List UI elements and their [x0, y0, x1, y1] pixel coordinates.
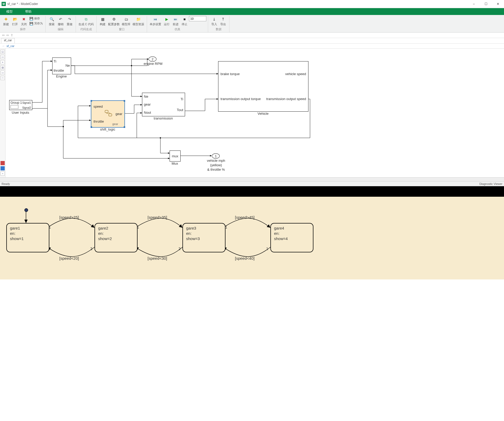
library-icon: 🗂	[124, 17, 129, 22]
library-button[interactable]: 🗂模型库	[122, 17, 130, 26]
import-button[interactable]: ⤓导入	[211, 17, 218, 26]
x-icon: ✖	[21, 17, 27, 22]
vehicle-port-speed: vehicle speed	[285, 72, 306, 76]
label-outport-mph-1: vehicle mph	[203, 159, 229, 163]
ribbon-group-sim: ⏮单步设置 ▶运行 ⏭前进 ■停止 仿真	[147, 16, 208, 32]
close-window-button[interactable]: ✕	[492, 0, 504, 8]
folder-open-icon: 📂	[12, 17, 18, 22]
code-icon: ⧉	[83, 17, 89, 22]
group-label-operate: 操作	[20, 27, 26, 31]
nav-back-icon[interactable]: ⇦	[2, 33, 5, 37]
tab-sf-car[interactable]: sf_car	[1, 38, 15, 43]
sim-time-input[interactable]	[189, 16, 206, 21]
state-gare3[interactable]: gare3 en: show=3	[182, 223, 225, 252]
redo-icon: ↷	[67, 17, 72, 22]
status-left: Ready	[2, 182, 10, 185]
open-button[interactable]: 📂打开	[12, 17, 18, 26]
block-shift-logic[interactable]: speed throttle gear gear	[91, 101, 125, 127]
export-icon: ⤒	[220, 17, 226, 22]
nav-up-icon[interactable]: ⇧	[10, 33, 13, 37]
step-setup-button[interactable]: ⏮单步设置	[150, 17, 161, 26]
group-label-window: 窗口	[119, 27, 125, 31]
palette-tool-6[interactable]: □	[1, 76, 5, 80]
nav-forward-icon[interactable]: ⇨	[6, 33, 9, 37]
block-palette: ◱ ▭ ≡ ▤ ▭ □ »	[0, 49, 6, 177]
trans-port-ti: Ti	[181, 97, 183, 101]
folder-icon: 📁	[136, 17, 141, 22]
state-gare1[interactable]: gare1 en: show=1	[6, 223, 49, 252]
new-button[interactable]: ✚新建	[3, 17, 9, 26]
menu-model[interactable]: 模型	[0, 8, 19, 15]
forward-button[interactable]: ⏭前进	[172, 17, 179, 26]
trans-order-34: 1	[225, 225, 227, 229]
outport-engine-rpm[interactable]: 2	[149, 56, 156, 62]
block-vehicle[interactable]: brake torque transmission output torque …	[218, 61, 308, 112]
saveas-button[interactable]: 💾另存为	[29, 22, 43, 25]
block-transmission[interactable]: Ne gear Nout Ti Tout	[142, 93, 185, 116]
palette-tool-3[interactable]: ≡	[1, 60, 5, 64]
label-vehicle: Vehicle	[218, 112, 308, 116]
group-label-sim: 仿真	[175, 27, 180, 31]
label-engine: Engine	[52, 74, 71, 78]
palette-tool-4[interactable]: ▤	[1, 65, 5, 70]
save-icon: 💾	[29, 17, 33, 20]
block-mux[interactable]: mux	[170, 150, 181, 162]
block-user-inputs[interactable]: Group 1 Signal1 Signal2	[9, 100, 32, 110]
state1-name: gare1	[10, 226, 46, 231]
palette-blue-icon[interactable]	[1, 166, 5, 170]
state-gare2[interactable]: gare2 en: show=2	[94, 223, 138, 252]
stop-button[interactable]: ■停止	[181, 17, 188, 26]
redo-button[interactable]: ↷重做	[66, 17, 73, 26]
close-button[interactable]: ✖关闭	[20, 17, 27, 26]
shift-port-gear: gear	[116, 112, 122, 116]
config-button[interactable]: ⚙配置参数	[108, 17, 120, 26]
export-button[interactable]: ⤒导出	[220, 17, 227, 26]
build-button[interactable]: ▦构建	[99, 17, 106, 26]
crumb-back-icon[interactable]: ←	[2, 44, 5, 48]
palette-tool-2[interactable]: ▭	[1, 55, 5, 59]
group-label-codegen: 代码生成	[80, 27, 92, 31]
breadcrumb[interactable]: ← sf_car	[0, 44, 504, 49]
block-engine[interactable]: Ti throttle Ne	[52, 58, 71, 74]
separator-bar	[0, 186, 504, 197]
ribbon-group-window: ▦构建 ⚙配置参数 🗂模型库 📁模型资源 窗口	[97, 16, 147, 32]
palette-record-icon[interactable]	[1, 161, 5, 165]
vehicle-port-nout: transmission output speed	[266, 97, 306, 101]
label-outport-mph-3: & throttle %	[203, 168, 229, 171]
workspace: ◱ ▭ ≡ ▤ ▭ □ »	[0, 49, 504, 177]
outport-vehicle-mph[interactable]: 1	[212, 153, 220, 159]
status-right[interactable]: Diagnostic Viewer	[479, 182, 502, 185]
state1-body: en: show=1	[10, 231, 46, 241]
maximize-button[interactable]: ☐	[480, 0, 492, 8]
statechart-panel[interactable]: gare1 en: show=1 gare2 en: show=2 gare3 …	[0, 197, 504, 279]
trans-port-gear: gear	[144, 102, 151, 106]
saveas-icon: 💾	[29, 22, 33, 25]
menu-help[interactable]: 帮助	[19, 8, 38, 15]
crumb-text[interactable]: sf_car	[7, 44, 14, 48]
palette-tool-5[interactable]: ▭	[1, 71, 5, 75]
tab-row: sf_car	[0, 38, 504, 44]
cond-32: [speed<30]	[148, 256, 167, 261]
signal-preview-icon	[10, 105, 18, 109]
save-button[interactable]: 💾保存	[29, 17, 43, 20]
minimize-button[interactable]: –	[468, 0, 480, 8]
undo-button[interactable]: ↶撤销	[57, 17, 64, 26]
undo-icon: ↶	[58, 17, 63, 22]
trans-port-nout: Nout	[144, 111, 151, 115]
ribbon-group-operate: ✚新建 📂打开 ✖关闭 💾保存 💾另存为 操作	[0, 16, 46, 32]
palette-expand-icon[interactable]: »	[1, 171, 5, 176]
run-button[interactable]: ▶运行	[163, 17, 170, 26]
window-title: sf_car * - ModelCoder	[7, 2, 468, 6]
palette-tool-1[interactable]: ◱	[1, 50, 5, 54]
engine-port-ne: Ne	[65, 64, 70, 67]
search-button[interactable]: 🔍搜索	[48, 17, 55, 26]
engine-port-ti: Ti	[54, 59, 56, 63]
gen-c-button[interactable]: ⧉生成 C 代码	[78, 17, 94, 26]
state-gare4[interactable]: gare4 en: show=4	[270, 223, 313, 252]
trans-order-23: 1	[137, 225, 139, 229]
state4-body: en: show=4	[274, 231, 310, 241]
model-canvas[interactable]: Group 1 Signal1 Signal2 User Inputs Ti t…	[6, 49, 504, 177]
resources-button[interactable]: 📁模型资源	[133, 17, 144, 26]
horizontal-scrollbar[interactable]	[0, 177, 504, 181]
title-bar: M sf_car * - ModelCoder – ☐ ✕	[0, 0, 504, 8]
